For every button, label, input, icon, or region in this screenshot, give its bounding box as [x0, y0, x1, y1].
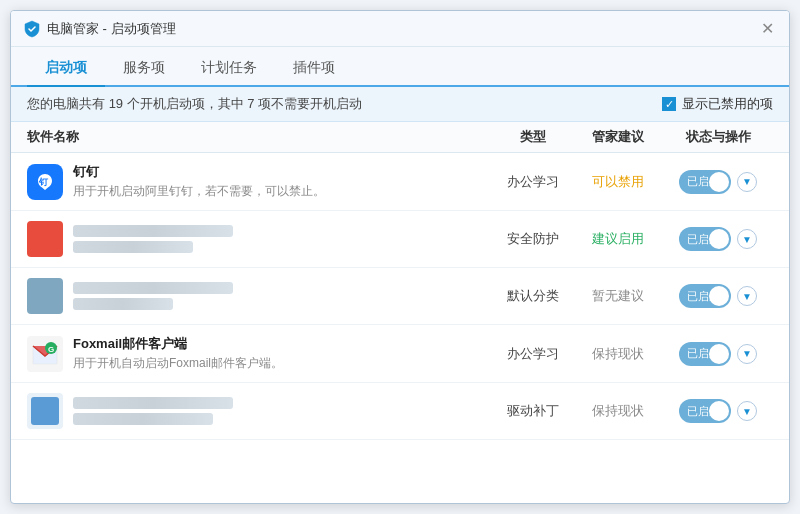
col-header-action: 状态与操作 — [663, 128, 773, 146]
item-name-blurred — [73, 282, 233, 294]
table-row: 钉 钉钉 用于开机启动阿里钉钉，若不需要，可以禁止。 办公学习 可以禁用 已启用… — [11, 153, 789, 211]
toggle-driver[interactable]: 已启用 — [679, 399, 731, 423]
item-name-blurred — [73, 225, 233, 237]
app-icon-classify — [27, 278, 63, 314]
app-icon-antivirus — [27, 221, 63, 257]
table-row: 默认分类 暂无建议 已启用 ▼ — [11, 268, 789, 325]
item-suggest-dingding: 可以禁用 — [573, 173, 663, 191]
col-header-type: 类型 — [493, 128, 573, 146]
item-action-dingding: 已启用 ▼ — [663, 170, 773, 194]
item-info-foxmail: Foxmail邮件客户端 用于开机自动启动Foxmail邮件客户端。 — [73, 335, 493, 372]
col-header-name: 软件名称 — [27, 128, 493, 146]
toggle-antivirus[interactable]: 已启用 — [679, 227, 731, 251]
item-suggest-antivirus: 建议启用 — [573, 230, 663, 248]
app-icon-dingding: 钉 — [27, 164, 63, 200]
item-list: 钉 钉钉 用于开机启动阿里钉钉，若不需要，可以禁止。 办公学习 可以禁用 已启用… — [11, 153, 789, 503]
tab-plugins[interactable]: 插件项 — [275, 51, 353, 87]
item-desc-blurred — [73, 241, 193, 253]
tab-tasks[interactable]: 计划任务 — [183, 51, 275, 87]
app-icon-driver — [27, 393, 63, 429]
table-row: 安全防护 建议启用 已启用 ▼ — [11, 211, 789, 268]
item-type-classify: 默认分类 — [493, 287, 573, 305]
dropdown-dingding[interactable]: ▼ — [737, 172, 757, 192]
dropdown-antivirus[interactable]: ▼ — [737, 229, 757, 249]
item-type-dingding: 办公学习 — [493, 173, 573, 191]
show-disabled-label: 显示已禁用的项 — [682, 95, 773, 113]
toggle-circle-classify — [709, 286, 729, 306]
item-info-antivirus — [73, 225, 493, 253]
item-type-driver: 驱动补丁 — [493, 402, 573, 420]
item-action-driver: 已启用 ▼ — [663, 399, 773, 423]
item-suggest-foxmail: 保持现状 — [573, 345, 663, 363]
dropdown-driver[interactable]: ▼ — [737, 401, 757, 421]
tab-startup[interactable]: 启动项 — [27, 51, 105, 87]
table-row: G Foxmail邮件客户端 用于开机自动启动Foxmail邮件客户端。 办公学… — [11, 325, 789, 383]
app-icon-foxmail: G — [27, 336, 63, 372]
item-name-foxmail: Foxmail邮件客户端 — [73, 335, 493, 353]
item-name-dingding: 钉钉 — [73, 163, 493, 181]
toggle-dingding[interactable]: 已启用 — [679, 170, 731, 194]
item-type-foxmail: 办公学习 — [493, 345, 573, 363]
svg-text:钉: 钉 — [38, 177, 49, 187]
item-info-classify — [73, 282, 493, 310]
dropdown-foxmail[interactable]: ▼ — [737, 344, 757, 364]
item-suggest-driver: 保持现状 — [573, 402, 663, 420]
title-bar: 电脑管家 - 启动项管理 ✕ — [11, 11, 789, 47]
item-action-classify: 已启用 ▼ — [663, 284, 773, 308]
item-action-foxmail: 已启用 ▼ — [663, 342, 773, 366]
table-row: 驱动补丁 保持现状 已启用 ▼ — [11, 383, 789, 440]
dropdown-classify[interactable]: ▼ — [737, 286, 757, 306]
item-desc-foxmail: 用于开机自动启动Foxmail邮件客户端。 — [73, 355, 493, 372]
summary-text: 您的电脑共有 19 个开机启动项，其中 7 项不需要开机启动 — [27, 95, 362, 113]
close-button[interactable]: ✕ — [757, 19, 777, 39]
small-icon-driver — [31, 397, 59, 425]
shield-icon — [23, 20, 41, 38]
item-action-antivirus: 已启用 ▼ — [663, 227, 773, 251]
toggle-classify[interactable]: 已启用 — [679, 284, 731, 308]
title-bar-left: 电脑管家 - 启动项管理 — [23, 20, 176, 38]
toggle-foxmail[interactable]: 已启用 — [679, 342, 731, 366]
main-window: 电脑管家 - 启动项管理 ✕ 启动项 服务项 计划任务 插件项 您的电脑共有 1… — [10, 10, 790, 504]
show-disabled-container: 显示已禁用的项 — [662, 95, 773, 113]
col-header-suggest: 管家建议 — [573, 128, 663, 146]
table-header: 软件名称 类型 管家建议 状态与操作 — [11, 122, 789, 153]
item-desc-blurred — [73, 298, 173, 310]
item-type-antivirus: 安全防护 — [493, 230, 573, 248]
tab-services[interactable]: 服务项 — [105, 51, 183, 87]
toggle-circle-antivirus — [709, 229, 729, 249]
item-desc-blurred — [73, 413, 213, 425]
toggle-circle-dingding — [709, 172, 729, 192]
item-info-driver — [73, 397, 493, 425]
show-disabled-checkbox[interactable] — [662, 97, 676, 111]
window-title: 电脑管家 - 启动项管理 — [47, 20, 176, 38]
svg-text:G: G — [48, 345, 54, 354]
toggle-circle-foxmail — [709, 344, 729, 364]
toggle-circle-driver — [709, 401, 729, 421]
item-suggest-classify: 暂无建议 — [573, 287, 663, 305]
tab-bar: 启动项 服务项 计划任务 插件项 — [11, 47, 789, 87]
summary-bar: 您的电脑共有 19 个开机启动项，其中 7 项不需要开机启动 显示已禁用的项 — [11, 87, 789, 122]
item-info-dingding: 钉钉 用于开机启动阿里钉钉，若不需要，可以禁止。 — [73, 163, 493, 200]
item-desc-dingding: 用于开机启动阿里钉钉，若不需要，可以禁止。 — [73, 183, 493, 200]
item-name-blurred — [73, 397, 233, 409]
